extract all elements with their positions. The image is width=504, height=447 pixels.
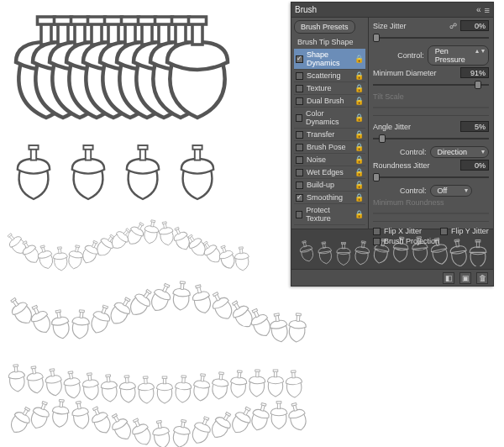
option-smoothing[interactable]: Smoothing🔒: [294, 192, 365, 204]
option-shape-dynamics[interactable]: Shape Dynamics🔒: [294, 49, 365, 70]
angle-jitter-slider[interactable]: [373, 134, 489, 144]
option-noise[interactable]: Noise🔒: [294, 154, 365, 166]
option-wet-edges[interactable]: Wet Edges🔒: [294, 166, 365, 179]
option-checkbox[interactable]: [296, 55, 303, 63]
lock-icon[interactable]: 🔒: [354, 71, 364, 80]
option-build-up[interactable]: Build-up🔒: [294, 179, 365, 192]
new-brush-icon[interactable]: ▣: [459, 272, 471, 284]
sample-row-4: [6, 281, 307, 343]
option-texture[interactable]: Texture🔒: [294, 82, 365, 95]
sample-row-3: [4, 219, 250, 271]
lock-icon[interactable]: 🔒: [354, 193, 364, 202]
option-scattering[interactable]: Scattering🔒: [294, 70, 365, 82]
sample-row-6: [7, 399, 308, 447]
roundness-control-select[interactable]: Off: [430, 185, 472, 197]
lock-icon[interactable]: 🔒: [354, 181, 364, 189]
lock-icon[interactable]: 🔒: [354, 168, 364, 176]
option-label: Protect Texture: [306, 206, 351, 223]
trash-icon[interactable]: 🗑: [476, 272, 488, 284]
option-checkbox[interactable]: [296, 156, 303, 164]
option-brush-pose[interactable]: Brush Pose🔒: [294, 141, 365, 154]
option-label: Brush Pose: [307, 143, 346, 151]
min-roundness-label: Minimum Roundness: [373, 198, 489, 207]
option-label: Scattering: [307, 71, 341, 80]
option-checkbox[interactable]: [296, 181, 303, 189]
option-checkbox[interactable]: [296, 211, 302, 218]
option-checkbox[interactable]: [296, 72, 303, 80]
brush-presets-button[interactable]: Brush Presets: [294, 20, 355, 34]
size-jitter-slider[interactable]: [373, 33, 489, 43]
toggle-preview-icon[interactable]: ◧: [443, 272, 454, 284]
sample-row-5: [8, 364, 302, 403]
min-diameter-slider[interactable]: [373, 80, 489, 90]
flip-x-label: Flip X Jitter: [384, 227, 422, 235]
lock-icon[interactable]: 🔒: [354, 130, 364, 139]
sample-row-1: [16, 17, 228, 118]
option-dual-brush[interactable]: Dual Brush🔒: [294, 95, 365, 108]
brush-panel: Brush « ≡ Brush Presets Brush Tip Shape …: [291, 2, 494, 287]
tilt-scale-slider: [373, 103, 489, 113]
angle-jitter-label: Angle Jitter: [373, 123, 457, 131]
brush-projection-label: Brush Projection: [384, 237, 439, 245]
lock-icon[interactable]: 🔒: [354, 55, 364, 63]
control-label-2: Control:: [400, 148, 427, 156]
option-label: Build-up: [307, 181, 334, 189]
option-checkbox[interactable]: [296, 194, 303, 202]
lock-icon[interactable]: 🔒: [354, 143, 364, 151]
option-checkbox[interactable]: [296, 114, 302, 122]
option-label: Transfer: [307, 130, 334, 139]
option-label: Noise: [307, 155, 326, 164]
lock-icon[interactable]: 🔒: [354, 97, 364, 105]
min-diameter-value[interactable]: 91%: [460, 67, 489, 78]
control-label-3: Control:: [400, 187, 427, 195]
roundness-jitter-label: Roundness Jitter: [373, 161, 457, 170]
option-checkbox[interactable]: [296, 169, 303, 176]
option-label: Smoothing: [307, 193, 343, 202]
sample-row-2: [18, 145, 213, 199]
panel-footer: ◧ ▣ 🗑: [291, 269, 493, 286]
control-label: Control:: [397, 51, 424, 60]
panel-title: Brush: [295, 5, 317, 14]
option-list: Brush Presets Brush Tip Shape Shape Dyna…: [291, 18, 369, 229]
angle-control-select[interactable]: Direction: [430, 146, 489, 158]
angle-jitter-value[interactable]: 5%: [460, 121, 489, 132]
min-roundness-slider: [373, 208, 489, 218]
link-icon[interactable]: ☍: [449, 22, 457, 30]
option-transfer[interactable]: Transfer🔒: [294, 129, 365, 141]
collapse-icon[interactable]: «: [476, 5, 481, 14]
panel-menu-icon[interactable]: ≡: [485, 5, 490, 15]
option-checkbox[interactable]: [296, 97, 303, 105]
tilt-scale-label: Tilt Scale: [373, 92, 489, 101]
lock-icon[interactable]: 🔒: [354, 84, 364, 92]
option-label: Wet Edges: [307, 168, 344, 176]
flip-x-checkbox[interactable]: [373, 228, 381, 235]
option-color-dynamics[interactable]: Color Dynamics🔒: [294, 108, 365, 129]
roundness-jitter-slider[interactable]: [373, 172, 489, 182]
option-checkbox[interactable]: [296, 85, 303, 92]
option-label: Color Dynamics: [306, 109, 351, 126]
brush-projection-checkbox[interactable]: [373, 238, 381, 245]
shape-dynamics-settings: Size Jitter ☍ 0% Control: Pen Pressure▴ …: [369, 18, 493, 229]
option-checkbox[interactable]: [296, 144, 303, 151]
flip-y-label: Flip Y Jitter: [451, 227, 489, 235]
option-checkbox[interactable]: [296, 131, 303, 139]
flip-y-checkbox[interactable]: [440, 228, 448, 235]
option-protect-texture[interactable]: Protect Texture🔒: [294, 204, 365, 225]
brush-tip-shape[interactable]: Brush Tip Shape: [294, 35, 365, 49]
lock-icon[interactable]: 🔒: [354, 113, 364, 122]
option-label: Shape Dynamics: [307, 50, 351, 67]
size-jitter-value[interactable]: 0%: [460, 20, 489, 31]
panel-header: Brush « ≡: [291, 3, 493, 18]
option-label: Texture: [307, 84, 332, 92]
size-control-select[interactable]: Pen Pressure▴: [428, 45, 489, 66]
lock-icon[interactable]: 🔒: [354, 155, 364, 164]
roundness-jitter-value[interactable]: 0%: [460, 160, 489, 171]
size-jitter-label: Size Jitter: [373, 22, 446, 30]
option-label: Dual Brush: [307, 97, 344, 105]
min-diameter-label: Minimum Diameter: [373, 69, 457, 77]
lock-icon[interactable]: 🔒: [354, 210, 364, 218]
